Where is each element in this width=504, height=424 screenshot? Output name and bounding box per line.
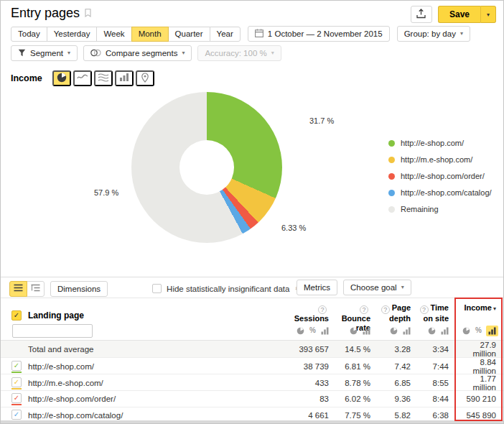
total-bounce-rate: 14.5 % [336, 345, 378, 354]
depth-view-toggles [378, 326, 418, 336]
mini-bars-icon[interactable] [402, 326, 411, 336]
mini-bars-icon[interactable] [362, 326, 371, 336]
row-checkbox[interactable]: ✓ [11, 410, 22, 420]
cell-sessions: 83 [291, 395, 336, 403]
cell-bounce-rate: 6.81 % [336, 362, 378, 371]
compare-segments-button[interactable]: Compare segments ▾ [83, 45, 192, 61]
total-sessions: 393 657 [291, 345, 336, 354]
mini-bars-icon-selected[interactable] [486, 326, 498, 336]
mini-pie-icon[interactable] [296, 326, 305, 336]
slice-percent-label: 57.9 % [94, 188, 118, 197]
chevron-down-icon: ▾ [460, 31, 463, 37]
landing-page-link[interactable]: http://e-shop.com/ [28, 362, 94, 371]
metrics-button[interactable]: Metrics [297, 280, 337, 295]
view-flat-button[interactable] [9, 281, 27, 297]
export-button[interactable] [411, 6, 432, 23]
row-color-underline: ✓ [11, 410, 22, 422]
report-table: Dimensions Hide statistically insignific… [1, 277, 504, 423]
total-income: 27.9 million [456, 341, 504, 358]
period-button-group: Today Yesterday Week Month Quarter Year [11, 27, 241, 42]
accuracy-label: Accuracy: 100 % [205, 49, 266, 57]
cell-page-depth: 9.36 [378, 395, 418, 403]
chart-area: 31.7 % 6.33 % 57.9 % http://e-shop.com/ … [1, 69, 504, 277]
chevron-down-icon: ▾ [401, 285, 404, 290]
cell-page-depth: 6.85 [378, 379, 418, 387]
mini-bars-icon[interactable] [320, 326, 330, 336]
choose-goal-button[interactable]: Choose goal ▾ [343, 280, 411, 295]
topbar: Entry pages Save ▾ [1, 1, 503, 23]
donut-chart[interactable] [131, 92, 282, 243]
chevron-down-icon: ▾ [182, 50, 185, 56]
metrics-tools: Metrics Choose goal ▾ [297, 280, 411, 295]
view-toggle-group [9, 281, 45, 297]
accuracy-button: Accuracy: 100 % ▾ [197, 45, 281, 61]
legend-label: http://e-shop.com/ [401, 139, 464, 147]
save-dropdown-button[interactable]: ▾ [481, 6, 496, 23]
top-actions: Save ▾ [411, 6, 496, 23]
donut-hole [179, 140, 234, 195]
help-icon[interactable]: ? [420, 305, 429, 314]
help-icon[interactable]: ? [381, 305, 390, 314]
period-year-button[interactable]: Year [210, 27, 241, 42]
cell-income: 545 890 [456, 411, 504, 420]
income-view-toggles: % [456, 326, 504, 336]
save-button[interactable]: Save [438, 6, 481, 23]
table-header-row: ✓ Landing page ?Sessions ?Bounce rate ?P… [1, 298, 504, 321]
group-by-button[interactable]: Group: by day ▾ [397, 26, 470, 42]
help-icon[interactable]: ? [318, 305, 327, 314]
row-color-underline: ✓ [11, 361, 22, 373]
mini-bars-icon[interactable] [440, 326, 449, 336]
legend-item: http://e-shop.com/catalog/ [388, 188, 492, 197]
period-month-button[interactable]: Month [131, 27, 169, 42]
mini-pie-icon[interactable] [389, 326, 398, 336]
segment-button[interactable]: Segment ▾ [11, 45, 78, 61]
legend-label: http://m.e-shop.com/ [401, 155, 472, 164]
tree-list-icon [31, 283, 40, 294]
total-row: Total and average 393 657 14.5 % 3.28 3:… [1, 340, 504, 357]
period-row: Today Yesterday Week Month Quarter Year … [11, 26, 470, 42]
view-tree-button[interactable] [27, 281, 45, 297]
bookmark-icon[interactable] [85, 7, 91, 20]
mini-percent-icon[interactable]: % [309, 326, 317, 335]
segment-row: Segment ▾ Compare segments ▾ Accuracy: 1… [11, 45, 281, 61]
landing-page-link[interactable]: http://e-shop.com/catalog/ [28, 411, 123, 420]
landing-page-filter-input[interactable] [12, 324, 93, 338]
cell-income: 1.77 million [456, 374, 504, 392]
date-range-button[interactable]: 1 October — 2 November 2015 [248, 26, 390, 42]
legend-dot [388, 157, 395, 163]
choose-goal-label: Choose goal [350, 283, 397, 292]
hide-insignificant-checkbox[interactable] [152, 284, 162, 293]
legend-label: http://e-shop.com/order/ [401, 172, 485, 180]
period-today-button[interactable]: Today [11, 27, 47, 42]
mini-pie-icon[interactable] [427, 326, 437, 336]
group-by-label: Group: by day [404, 29, 456, 38]
time-view-toggles [418, 326, 456, 336]
hide-insignificant-label: Hide statistically insignificant data [167, 285, 289, 293]
table-row: ✓ http://m.e-shop.com/ 433 8.78 % 6.85 8… [1, 374, 504, 390]
sessions-view-toggles: % [291, 326, 336, 336]
row-checkbox[interactable]: ✓ [11, 393, 22, 403]
mini-pie-icon[interactable] [462, 326, 471, 336]
mini-percent-icon[interactable]: % [475, 326, 482, 335]
sort-desc-icon: ▾ [493, 305, 496, 312]
mini-pie-icon[interactable] [349, 326, 358, 336]
period-week-button[interactable]: Week [96, 27, 131, 42]
row-checkbox[interactable]: ✓ [11, 377, 22, 387]
legend-label: Remaining [401, 205, 439, 213]
segment-label: Segment [30, 49, 63, 57]
entry-pages-report: Entry pages Save ▾ Today Yesterday Week … [0, 0, 504, 424]
select-all-checkbox[interactable]: ✓ [11, 310, 22, 321]
chevron-down-icon: ▾ [271, 50, 274, 56]
landing-page-link[interactable]: http://m.e-shop.com/ [28, 379, 103, 387]
hide-insignificant-group: Hide statistically insignificant data ⚙ [152, 284, 303, 293]
slice-percent-label: 6.33 % [281, 223, 306, 232]
period-quarter-button[interactable]: Quarter [168, 27, 210, 42]
dimensions-button[interactable]: Dimensions [50, 281, 108, 297]
table-row: ✓ http://e-shop.com/ 38 739 6.81 % 7.42 … [1, 357, 504, 374]
filter-cell [1, 323, 291, 338]
help-icon[interactable]: ? [360, 305, 368, 314]
landing-page-link[interactable]: http://e-shop.com/order/ [28, 395, 116, 403]
period-yesterday-button[interactable]: Yesterday [47, 27, 98, 42]
legend-label: http://e-shop.com/catalog/ [401, 188, 492, 197]
row-checkbox[interactable]: ✓ [11, 361, 22, 371]
